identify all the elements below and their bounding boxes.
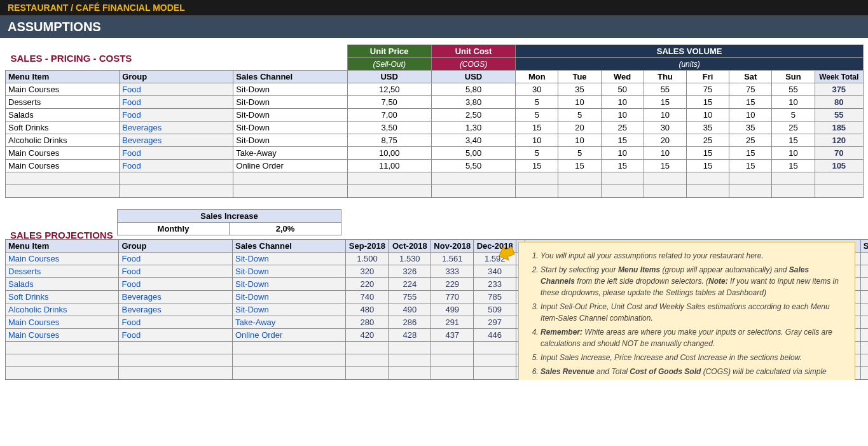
cell-day[interactable]: 15 xyxy=(686,96,729,109)
cell-proj: 446 xyxy=(474,329,516,342)
cell-menu[interactable]: Salads xyxy=(6,109,120,122)
cell-channel[interactable]: Online Order xyxy=(233,160,347,172)
cell-day[interactable]: 15 xyxy=(601,160,644,172)
cell-unit-cost[interactable]: 1,30 xyxy=(431,122,515,134)
cell-menu[interactable]: Desserts xyxy=(6,96,120,109)
cell-unit-price[interactable]: 12,50 xyxy=(347,83,431,96)
cell-day[interactable]: 10 xyxy=(729,109,772,122)
cell-day[interactable]: 25 xyxy=(729,134,772,147)
cell-proj: 286 xyxy=(389,316,431,329)
cell-day[interactable]: 15 xyxy=(772,134,815,147)
cell-menu[interactable]: Alcoholic Drinks xyxy=(6,134,120,147)
cell-proj: 233 xyxy=(474,278,516,291)
cell-day[interactable]: 15 xyxy=(558,160,601,172)
cell-day[interactable]: 75 xyxy=(729,83,772,96)
cell-day[interactable]: 35 xyxy=(558,83,601,96)
cell-unit-cost[interactable]: 2,50 xyxy=(431,109,515,122)
cell-unit-price[interactable]: 7,50 xyxy=(347,96,431,109)
cell-day[interactable]: 10 xyxy=(601,109,644,122)
cell-proj-clip xyxy=(860,329,868,342)
cell-unit-price[interactable]: 8,75 xyxy=(347,134,431,147)
cell-day[interactable]: 5 xyxy=(772,109,815,122)
cell-day[interactable]: 10 xyxy=(644,147,686,160)
cell-channel[interactable]: Sit-Down xyxy=(233,83,347,96)
cell-proj: 428 xyxy=(389,329,431,342)
cell-menu[interactable]: Soft Drinks xyxy=(6,122,120,134)
cell-day[interactable]: 15 xyxy=(644,96,686,109)
cell-day[interactable]: 15 xyxy=(772,160,815,172)
unit-price-header: Unit Price xyxy=(347,45,431,58)
cell-channel[interactable]: Sit-Down xyxy=(233,109,347,122)
cell-day[interactable]: 10 xyxy=(516,134,558,147)
cell-channel[interactable]: Take-Away xyxy=(233,147,347,160)
cell-day[interactable]: 55 xyxy=(772,83,815,96)
cell-unit-cost[interactable]: 5,80 xyxy=(431,83,515,96)
cell-day[interactable]: 10 xyxy=(601,96,644,109)
cell-day[interactable]: 15 xyxy=(686,160,729,172)
cell-day[interactable]: 10 xyxy=(772,147,815,160)
cell-proj-clip xyxy=(860,265,868,278)
cell-menu: Alcoholic Drinks xyxy=(6,303,119,316)
cell-group: Food xyxy=(120,147,233,160)
cell-day[interactable]: 15 xyxy=(516,122,558,134)
cell-day[interactable]: 15 xyxy=(516,160,558,172)
cell-day[interactable]: 15 xyxy=(644,160,686,172)
col-nov: Nov-2018 xyxy=(431,240,474,253)
cell-day[interactable]: 25 xyxy=(601,122,644,134)
sales-increase-value[interactable]: 2,0% xyxy=(230,223,341,235)
cell-day[interactable]: 5 xyxy=(558,147,601,160)
cell-day[interactable]: 50 xyxy=(601,83,644,96)
cell-group: Food xyxy=(119,265,232,278)
cell-day[interactable]: 10 xyxy=(686,109,729,122)
cell-unit-price[interactable]: 10,00 xyxy=(347,147,431,160)
cell-unit-cost[interactable]: 3,40 xyxy=(431,134,515,147)
cell-day[interactable]: 5 xyxy=(516,109,558,122)
cell-day[interactable]: 10 xyxy=(644,109,686,122)
cell-unit-cost[interactable]: 5,00 xyxy=(431,147,515,160)
cell-day[interactable]: 15 xyxy=(729,96,772,109)
cell-channel: Sit-Down xyxy=(232,291,345,303)
cell-channel[interactable]: Sit-Down xyxy=(233,122,347,134)
cell-day[interactable]: 30 xyxy=(644,122,686,134)
cell-day[interactable]: 35 xyxy=(686,122,729,134)
cell-unit-price[interactable]: 7,00 xyxy=(347,109,431,122)
sales-increase-period[interactable]: Monthly xyxy=(118,223,230,235)
cell-unit-cost[interactable]: 5,50 xyxy=(431,160,515,172)
cell-day[interactable]: 55 xyxy=(644,83,686,96)
cell-week-total: 375 xyxy=(815,83,863,96)
col-sep2-clipped: Se xyxy=(860,240,868,253)
cell-week-total: 55 xyxy=(815,109,863,122)
cell-day[interactable]: 10 xyxy=(772,96,815,109)
cell-day[interactable]: 5 xyxy=(516,147,558,160)
cell-day[interactable]: 75 xyxy=(686,83,729,96)
cell-day[interactable]: 15 xyxy=(729,147,772,160)
cell-day[interactable]: 25 xyxy=(772,122,815,134)
cell-day[interactable]: 20 xyxy=(644,134,686,147)
cell-proj: 770 xyxy=(431,291,474,303)
cell-proj: 490 xyxy=(389,303,431,316)
cell-group: Beverages xyxy=(120,134,233,147)
cell-channel[interactable]: Sit-Down xyxy=(233,96,347,109)
cell-day[interactable]: 15 xyxy=(729,160,772,172)
cell-day[interactable]: 10 xyxy=(601,147,644,160)
cell-menu[interactable]: Main Courses xyxy=(6,160,120,172)
cell-proj-clip xyxy=(860,278,868,291)
cell-day[interactable]: 35 xyxy=(729,122,772,134)
cell-day[interactable]: 5 xyxy=(516,96,558,109)
cell-day[interactable]: 15 xyxy=(686,147,729,160)
cell-channel[interactable]: Sit-Down xyxy=(233,134,347,147)
cell-day[interactable]: 30 xyxy=(516,83,558,96)
cell-unit-price[interactable]: 3,50 xyxy=(347,122,431,134)
col-sales-channel2: Sales Channel xyxy=(232,240,345,253)
cell-day[interactable]: 5 xyxy=(558,109,601,122)
cell-day[interactable]: 10 xyxy=(558,96,601,109)
cell-week-total: 120 xyxy=(815,134,863,147)
cell-day[interactable]: 15 xyxy=(601,134,644,147)
cell-menu[interactable]: Main Courses xyxy=(6,83,120,96)
cell-unit-cost[interactable]: 3,80 xyxy=(431,96,515,109)
cell-day[interactable]: 25 xyxy=(686,134,729,147)
cell-day[interactable]: 20 xyxy=(558,122,601,134)
cell-day[interactable]: 10 xyxy=(558,134,601,147)
cell-menu[interactable]: Main Courses xyxy=(6,147,120,160)
cell-unit-price[interactable]: 11,00 xyxy=(347,160,431,172)
